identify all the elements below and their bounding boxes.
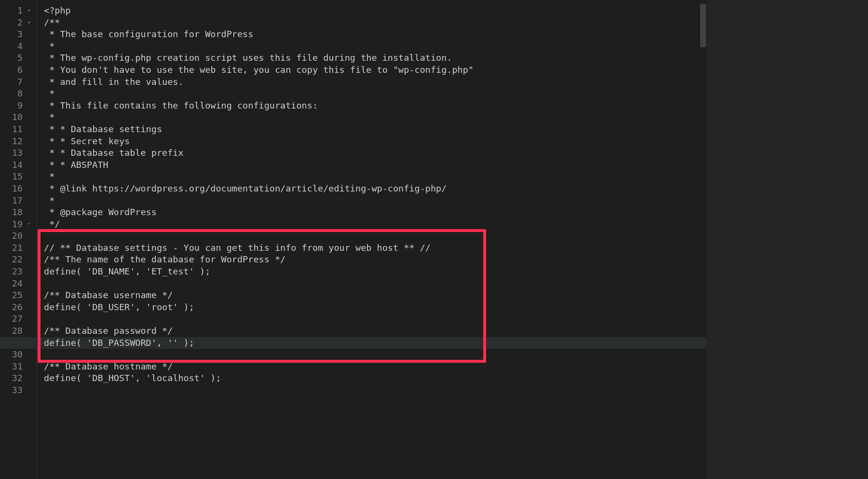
code-line[interactable]: *	[44, 41, 706, 53]
fold-spacer	[27, 242, 37, 254]
fold-toggle-icon[interactable]: ▾	[27, 17, 37, 29]
code-line[interactable]: * This file contains the following confi…	[44, 100, 706, 112]
fold-spacer	[27, 254, 37, 266]
fold-spacer	[27, 361, 37, 373]
code-line[interactable]: /** Database password */	[44, 325, 706, 337]
code-line[interactable]: * and fill in the values.	[44, 76, 706, 88]
line-number[interactable]: 6	[0, 64, 27, 76]
fold-spacer	[27, 171, 37, 183]
line-number[interactable]: 3	[0, 28, 27, 41]
code-line[interactable]: * * Database table prefix	[44, 147, 706, 159]
line-number[interactable]: 1	[0, 5, 27, 17]
line-number-gutter[interactable]: 1234567891011121314151617181920212223242…	[0, 0, 27, 479]
line-number[interactable]: 28	[0, 325, 27, 337]
code-line[interactable]: *	[44, 171, 706, 183]
fold-toggle-icon[interactable]: ▾	[27, 5, 37, 17]
fold-spacer	[27, 159, 37, 171]
line-number[interactable]: 27	[0, 313, 27, 325]
code-line[interactable]: // ** Database settings - You can get th…	[44, 242, 706, 254]
fold-spacer	[27, 206, 37, 219]
code-line[interactable]: */	[44, 219, 706, 231]
code-line[interactable]: * * Database settings	[44, 123, 706, 136]
line-number[interactable]: 8	[0, 88, 27, 100]
line-number[interactable]: 17	[0, 195, 27, 207]
fold-spacer	[27, 372, 37, 384]
line-number[interactable]: 16	[0, 183, 27, 195]
code-line[interactable]: * * ABSPATH	[44, 159, 706, 171]
code-line[interactable]	[44, 384, 706, 397]
line-number[interactable]: 22	[0, 254, 27, 266]
code-line[interactable]: * @link https://wordpress.org/documentat…	[44, 183, 706, 195]
code-line[interactable]: *	[44, 195, 706, 207]
fold-spacer	[27, 76, 37, 88]
fold-spacer	[27, 88, 37, 100]
line-number[interactable]: 2	[0, 17, 27, 29]
code-area[interactable]: <?php/** * The base configuration for Wo…	[37, 0, 706, 479]
fold-spacer	[27, 384, 37, 397]
code-line[interactable]: /** Database hostname */	[44, 361, 706, 373]
line-number[interactable]: 33	[0, 384, 27, 397]
fold-spacer	[27, 301, 37, 314]
fold-spacer	[27, 147, 37, 159]
fold-spacer	[27, 183, 37, 195]
line-number[interactable]: 7	[0, 76, 27, 88]
fold-spacer	[27, 278, 37, 290]
fold-spacer	[27, 136, 37, 148]
code-line[interactable]: define( 'DB_PASSWORD', '' );	[44, 337, 706, 349]
line-number[interactable]: 26	[0, 301, 27, 314]
line-number[interactable]: 32	[0, 372, 27, 384]
fold-spacer	[27, 64, 37, 76]
code-line[interactable]: * * Secret keys	[44, 136, 706, 148]
fold-column[interactable]: ▾▾⌐	[27, 0, 37, 479]
fold-toggle-icon[interactable]: ⌐	[27, 219, 37, 231]
code-line[interactable]: /**	[44, 17, 706, 29]
code-line[interactable]	[44, 349, 706, 361]
fold-spacer	[27, 123, 37, 136]
line-number[interactable]: 25	[0, 289, 27, 301]
side-panel	[706, 0, 868, 479]
code-line[interactable]: * You don't have to use the web site, yo…	[44, 64, 706, 76]
code-line[interactable]: *	[44, 111, 706, 123]
fold-spacer	[27, 230, 37, 242]
line-number[interactable]: 23	[0, 266, 27, 278]
code-line[interactable]: /** The name of the database for WordPre…	[44, 254, 706, 266]
line-number[interactable]: 30	[0, 349, 27, 361]
line-number[interactable]: 11	[0, 123, 27, 136]
code-line[interactable]	[44, 278, 706, 290]
line-number[interactable]: 19	[0, 219, 27, 231]
line-number[interactable]: 5	[0, 52, 27, 64]
fold-spacer	[27, 349, 37, 361]
fold-spacer	[27, 41, 37, 53]
line-number[interactable]: 10	[0, 111, 27, 123]
line-number[interactable]: 20	[0, 230, 27, 242]
code-line[interactable]: define( 'DB_NAME', 'ET_test' );	[44, 266, 706, 278]
code-line[interactable]: *	[44, 88, 706, 100]
code-line[interactable]: define( 'DB_HOST', 'localhost' );	[44, 372, 706, 384]
line-number[interactable]: 31	[0, 361, 27, 373]
code-line[interactable]: * The wp-config.php creation script uses…	[44, 52, 706, 64]
code-line[interactable]: define( 'DB_USER', 'root' );	[44, 301, 706, 314]
fold-spacer	[27, 100, 37, 112]
fold-spacer	[27, 28, 37, 41]
line-number[interactable]: 21	[0, 242, 27, 254]
fold-spacer	[27, 111, 37, 123]
code-line[interactable]	[44, 230, 706, 242]
code-line[interactable]: /** Database username */	[44, 289, 706, 301]
code-line[interactable]: <?php	[44, 5, 706, 17]
line-number[interactable]: 14	[0, 159, 27, 171]
line-number[interactable]: 15	[0, 171, 27, 183]
line-number[interactable]: 12	[0, 136, 27, 148]
editor: 1234567891011121314151617181920212223242…	[0, 0, 868, 479]
code-line[interactable]: * The base configuration for WordPress	[44, 28, 706, 41]
line-number[interactable]: 24	[0, 278, 27, 290]
line-number[interactable]: 4	[0, 41, 27, 53]
fold-spacer	[27, 52, 37, 64]
line-number[interactable]: 18	[0, 206, 27, 219]
fold-spacer	[27, 313, 37, 325]
code-line[interactable]: * @package WordPress	[44, 206, 706, 219]
line-number[interactable]: 9	[0, 100, 27, 112]
fold-spacer	[27, 195, 37, 207]
code-line[interactable]	[44, 313, 706, 325]
fold-spacer	[27, 289, 37, 301]
line-number[interactable]: 13	[0, 147, 27, 159]
